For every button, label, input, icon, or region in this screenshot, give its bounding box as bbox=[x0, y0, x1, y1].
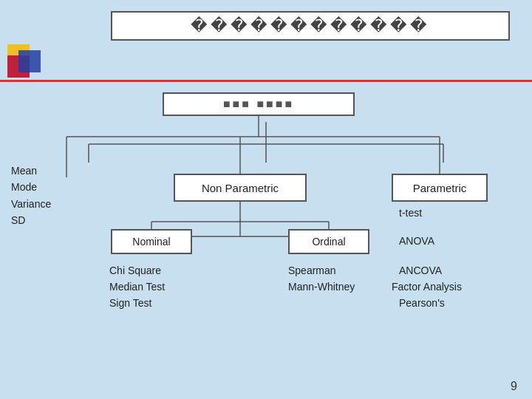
blue-square bbox=[18, 50, 41, 72]
ancova-label: ANCOVA bbox=[399, 265, 442, 276]
header-title-box: ������������ bbox=[111, 11, 510, 41]
statistics-box: ■■■ ■■■■ bbox=[163, 92, 355, 116]
decorative-squares bbox=[7, 44, 52, 81]
parametric-label: Parametric bbox=[413, 182, 467, 194]
nominal-label: Nominal bbox=[132, 236, 170, 248]
sign-test-label: Sign Test bbox=[109, 297, 151, 309]
tree-diagram-svg bbox=[0, 81, 532, 392]
median-test-label: Median Test bbox=[109, 281, 165, 293]
page-number: 9 bbox=[511, 380, 517, 393]
ordinal-label: Ordinal bbox=[312, 236, 345, 248]
statistics-label: ■■■ ■■■■ bbox=[223, 98, 294, 111]
mean-label: Mean bbox=[11, 163, 51, 179]
parametric-box: Parametric bbox=[392, 174, 488, 202]
left-stat-labels: Mean Mode Variance SD bbox=[11, 163, 51, 229]
non-parametric-box: Non Parametric bbox=[174, 174, 307, 202]
ttest-label: t-test bbox=[399, 207, 422, 219]
factor-analysis-label: Factor Analysis bbox=[392, 281, 462, 293]
header-title-text: ������������ bbox=[191, 16, 430, 35]
anova-label: ANOVA bbox=[399, 235, 434, 247]
variance-label: Variance bbox=[11, 196, 51, 212]
chi-square-label: Chi Square bbox=[109, 265, 161, 276]
mode-label: Mode bbox=[11, 179, 51, 195]
non-parametric-label: Non Parametric bbox=[202, 182, 279, 194]
sd-label: SD bbox=[11, 212, 51, 228]
mann-whitney-label: Mann-Whitney bbox=[288, 281, 355, 293]
ordinal-box: Ordinal bbox=[288, 229, 369, 254]
spearman-label: Spearman bbox=[288, 265, 336, 276]
nominal-box: Nominal bbox=[111, 229, 192, 254]
pearsons-label: Pearson's bbox=[399, 297, 445, 309]
